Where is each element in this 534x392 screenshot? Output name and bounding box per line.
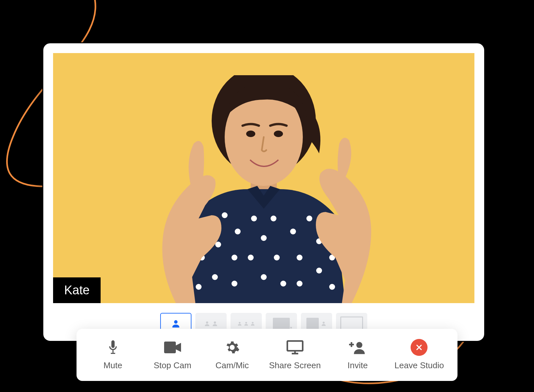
svg-point-13 [196, 284, 202, 290]
close-icon [411, 339, 428, 356]
stop-cam-button[interactable]: Stop Cam [150, 340, 195, 371]
svg-point-12 [232, 281, 237, 287]
svg-rect-46 [351, 342, 352, 347]
share-screen-label: Share Screen [269, 360, 321, 371]
svg-point-21 [306, 216, 312, 221]
svg-point-7 [235, 229, 241, 234]
stop-cam-label: Stop Cam [154, 360, 191, 371]
studio-window: Kate [42, 42, 485, 342]
mute-label: Mute [104, 360, 122, 371]
svg-point-31 [214, 321, 216, 324]
svg-point-34 [252, 322, 253, 324]
participant-name-tag: Kate [53, 277, 101, 303]
svg-point-3 [246, 131, 255, 137]
svg-point-11 [212, 274, 218, 280]
mute-button[interactable]: Mute [90, 340, 136, 371]
svg-point-14 [251, 216, 257, 221]
invite-label: Invite [347, 360, 368, 371]
svg-point-44 [357, 342, 363, 348]
svg-point-16 [261, 235, 267, 241]
monitor-icon [287, 340, 303, 355]
svg-point-25 [297, 281, 302, 287]
svg-point-33 [245, 322, 247, 324]
svg-point-17 [248, 255, 254, 260]
cam-mic-label: Cam/Mic [216, 360, 249, 371]
participant-name: Kate [64, 283, 90, 297]
svg-point-35 [290, 327, 292, 329]
control-toolbar: Mute Stop Cam Cam/Mic Share Screen [77, 329, 457, 381]
mic-icon [106, 340, 119, 355]
svg-point-30 [206, 321, 208, 324]
video-feed: Kate [53, 53, 474, 303]
svg-point-23 [297, 255, 302, 260]
add-user-icon [349, 340, 366, 355]
cam-mic-button[interactable]: Cam/Mic [209, 340, 255, 371]
svg-point-20 [290, 229, 296, 234]
video-icon [164, 340, 181, 355]
svg-rect-38 [112, 350, 113, 353]
svg-rect-40 [164, 342, 176, 353]
svg-point-19 [261, 274, 267, 280]
svg-rect-37 [111, 340, 115, 348]
invite-button[interactable]: Invite [335, 340, 380, 371]
leave-studio-button[interactable]: Leave Studio [395, 340, 444, 371]
svg-point-36 [323, 322, 325, 324]
svg-point-15 [271, 216, 276, 221]
svg-point-6 [222, 212, 228, 218]
svg-point-28 [280, 281, 286, 287]
svg-point-9 [232, 255, 237, 260]
participant-video [117, 75, 410, 303]
share-screen-button[interactable]: Share Screen [269, 340, 321, 371]
gear-icon [225, 340, 240, 355]
svg-point-29 [174, 320, 178, 324]
svg-rect-39 [111, 353, 115, 354]
svg-point-24 [316, 268, 322, 273]
svg-rect-41 [287, 341, 302, 351]
leave-studio-label: Leave Studio [395, 360, 444, 371]
svg-point-32 [239, 322, 240, 324]
svg-point-4 [274, 131, 283, 137]
svg-point-27 [329, 284, 335, 290]
svg-point-18 [274, 255, 280, 260]
